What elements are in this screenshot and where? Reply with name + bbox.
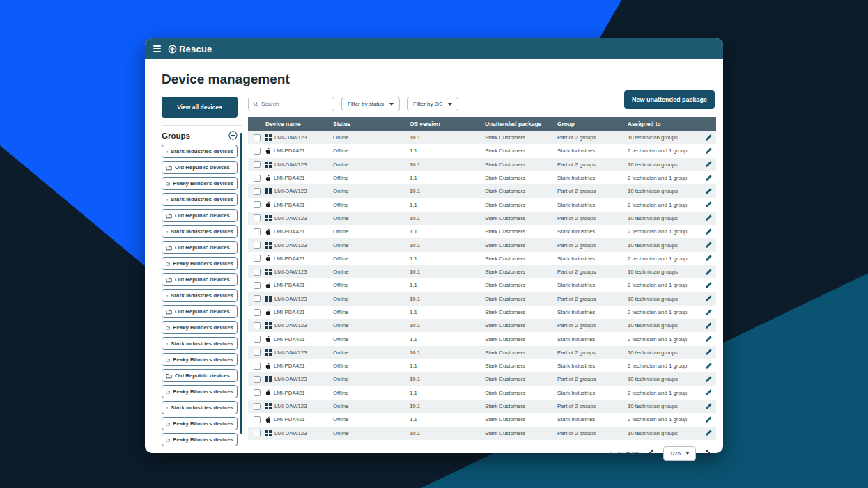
edit-device-button[interactable]	[705, 188, 712, 195]
filter-by-os-dropdown[interactable]: Filter by OS	[407, 97, 458, 111]
row-checkbox[interactable]	[254, 376, 261, 383]
edit-device-button[interactable]	[705, 322, 712, 329]
edit-device-button[interactable]	[705, 255, 712, 262]
row-checkbox[interactable]	[254, 336, 261, 343]
edit-device-button[interactable]	[705, 309, 712, 316]
row-checkbox[interactable]	[254, 214, 261, 221]
row-checkbox[interactable]	[254, 188, 261, 195]
row-checkbox[interactable]	[254, 282, 261, 289]
sidebar-group-item[interactable]: Peaky Blinders devices	[162, 385, 238, 398]
sidebar-group-item[interactable]: Stark industries devices	[162, 193, 238, 206]
edit-device-button[interactable]	[705, 228, 712, 235]
sidebar-group-item[interactable]: Old Republic devices	[162, 209, 238, 222]
sidebar-group-item[interactable]: Stark industries devices	[162, 289, 238, 302]
edit-device-button[interactable]	[705, 295, 712, 302]
device-table-row[interactable]: LMI-DAW123 Online 10.1 Stark Customers P…	[248, 265, 716, 278]
row-checkbox[interactable]	[254, 322, 261, 329]
device-table-row[interactable]: LMI-DAW123 Online 10.1 Stark Customers P…	[248, 212, 716, 225]
row-checkbox[interactable]	[254, 148, 261, 155]
edit-device-button[interactable]	[705, 175, 712, 182]
sidebar-group-item[interactable]: Old Republic devices	[162, 305, 238, 318]
edit-device-button[interactable]	[705, 363, 712, 370]
sidebar-group-item[interactable]: Old Republic devices	[162, 273, 238, 286]
row-checkbox[interactable]	[254, 295, 261, 302]
sidebar-group-item[interactable]: Peaky Blinders devices	[162, 177, 238, 190]
edit-device-button[interactable]	[705, 161, 712, 168]
page-select-dropdown[interactable]: 1/25	[663, 446, 696, 461]
hamburger-menu-icon[interactable]	[153, 45, 161, 52]
device-table-row[interactable]: LMI-PDA421 Offline 1.1 Stark Customers S…	[248, 171, 716, 184]
edit-device-button[interactable]	[705, 269, 712, 276]
edit-device-button[interactable]	[705, 416, 712, 423]
row-checkbox[interactable]	[254, 309, 261, 316]
device-table-row[interactable]: LMI-DAW123 Online 10.1 Stark Customers P…	[248, 400, 716, 413]
add-group-icon[interactable]	[228, 131, 238, 140]
sidebar-group-item[interactable]: Peaky Blinders devices	[162, 321, 238, 334]
next-page-button[interactable]	[704, 449, 711, 457]
device-table-row[interactable]: LMI-PDA421 Offline 1.1 Stark Customers S…	[248, 225, 716, 238]
sidebar-group-item[interactable]: Peaky Blinders devices	[162, 417, 238, 430]
edit-device-button[interactable]	[705, 242, 712, 249]
device-name: LMI-PDA421	[274, 228, 305, 235]
device-table-row[interactable]: LMI-PDA421 Offline 1.1 Stark Customers S…	[248, 252, 716, 265]
edit-device-button[interactable]	[705, 376, 712, 383]
sidebar-group-item[interactable]: Peaky Blinders devices	[162, 353, 238, 366]
device-table-row[interactable]: LMI-PDA421 Offline 1.1 Stark Customers S…	[248, 144, 716, 157]
row-checkbox[interactable]	[254, 242, 261, 249]
sidebar-group-item[interactable]: Old Republic devices	[162, 369, 238, 382]
row-checkbox[interactable]	[254, 228, 261, 235]
search-input[interactable]	[261, 101, 330, 107]
row-checkbox[interactable]	[254, 201, 261, 208]
device-table-row[interactable]: LMI-DAW123 Online 10.1 Stark Customers P…	[248, 372, 716, 386]
sidebar-group-item[interactable]: Stark industries devices	[162, 337, 238, 350]
row-checkbox[interactable]	[254, 255, 261, 262]
sidebar-group-item[interactable]: Stark industries devices	[162, 145, 238, 158]
row-checkbox[interactable]	[254, 269, 261, 276]
device-table-row[interactable]: LMI-DAW123 Online 10.1 Stark Customers P…	[248, 131, 716, 144]
row-checkbox[interactable]	[254, 161, 261, 168]
device-table-row[interactable]: LMI-PDA421 Offline 1.1 Stark Customers S…	[248, 278, 716, 292]
row-checkbox[interactable]	[254, 363, 261, 370]
device-table-row[interactable]: LMI-DAW123 Online 10.1 Stark Customers P…	[248, 292, 716, 306]
edit-device-button[interactable]	[705, 282, 712, 289]
edit-device-button[interactable]	[705, 148, 712, 155]
row-checkbox[interactable]	[254, 430, 261, 436]
row-checkbox[interactable]	[254, 175, 261, 182]
row-checkbox[interactable]	[254, 416, 261, 423]
edit-device-button[interactable]	[705, 349, 712, 356]
device-table-row[interactable]: LMI-PDA421 Offline 1.1 Stark Customers S…	[248, 413, 716, 426]
device-table-row[interactable]: LMI-PDA421 Offline 1.1 Stark Customers S…	[248, 359, 716, 372]
sidebar-group-item[interactable]: Peaky Blinders devices	[162, 433, 238, 446]
previous-page-button[interactable]	[649, 449, 655, 457]
device-table-row[interactable]: LMI-DAW123 Online 10.1 Stark Customers P…	[248, 238, 716, 251]
device-table-row[interactable]: LMI-PDA421 Offline 1.1 Stark Customers S…	[248, 332, 716, 345]
device-table-row[interactable]: LMI-DAW123 Online 10.1 Stark Customers P…	[248, 184, 716, 198]
view-all-devices-button[interactable]: View all devices	[162, 97, 238, 118]
sidebar-group-item[interactable]: Peaky Blinders devices	[162, 257, 238, 270]
edit-device-button[interactable]	[705, 430, 712, 436]
device-table-row[interactable]: LMI-DAW123 Online 10.1 Stark Customers P…	[248, 427, 716, 440]
sidebar-group-item[interactable]: Stark industries devices	[162, 225, 238, 238]
device-table-row[interactable]: LMI-DAW123 Online 10.1 Stark Customers P…	[248, 346, 716, 359]
edit-device-button[interactable]	[705, 214, 712, 221]
row-checkbox[interactable]	[254, 389, 261, 396]
device-table-row[interactable]: LMI-DAW123 Online 10.1 Stark Customers P…	[248, 158, 716, 171]
edit-device-button[interactable]	[705, 134, 712, 141]
sidebar-group-item[interactable]: Stark industries devices	[162, 401, 238, 414]
edit-device-button[interactable]	[705, 336, 712, 343]
row-checkbox[interactable]	[254, 403, 261, 410]
edit-device-button[interactable]	[705, 403, 712, 410]
device-table-row[interactable]: LMI-DAW123 Online 10.1 Stark Customers P…	[248, 319, 716, 332]
row-checkbox[interactable]	[254, 349, 261, 356]
new-unattended-package-button[interactable]: New unattended package	[624, 90, 715, 109]
sidebar-group-item[interactable]: Old Republic devices	[162, 161, 238, 174]
device-table-row[interactable]: LMI-PDA421 Offline 1.1 Stark Customers S…	[248, 306, 716, 319]
sidebar-scrollbar[interactable]	[240, 133, 242, 434]
row-checkbox[interactable]	[254, 134, 261, 141]
edit-device-button[interactable]	[705, 201, 712, 208]
device-table-row[interactable]: LMI-PDA421 Offline 1.1 Stark Customers S…	[248, 386, 716, 400]
edit-device-button[interactable]	[705, 389, 712, 396]
filter-by-status-dropdown[interactable]: Filter by status	[341, 97, 400, 111]
device-table-row[interactable]: LMI-PDA421 Offline 1.1 Stark Customers S…	[248, 198, 716, 211]
sidebar-group-item[interactable]: Old Republic devices	[162, 241, 238, 254]
